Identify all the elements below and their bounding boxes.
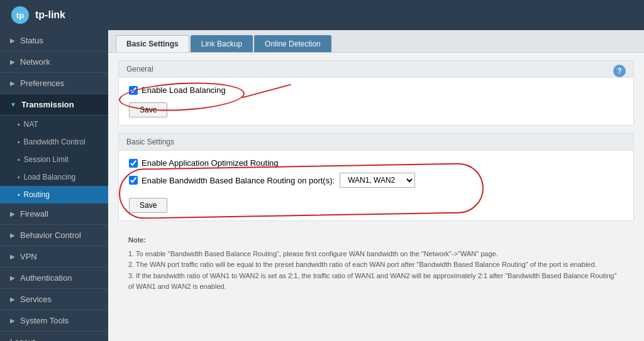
basic-settings-section-header: Basic Settings — [119, 134, 633, 151]
note-line-3: 3. If the bandwidth ratio of WAN1 to WAN… — [128, 271, 624, 293]
tp-link-logo-icon: tp — [10, 5, 30, 25]
notes-section: Note: 1. To enable "Bandwidth Based Bala… — [118, 229, 634, 299]
enable-app-routing-checkbox[interactable] — [129, 159, 138, 168]
note-line-2: 2. The WAN port traffic ratio will be eq… — [128, 259, 624, 271]
enable-load-balancing-label[interactable]: Enable Load Balancing — [129, 85, 226, 95]
bullet-icon: • — [18, 156, 20, 163]
arrow-icon: ▶ — [10, 232, 15, 239]
sidebar-sub-item-bandwidth-control[interactable]: • Bandwidth Control — [0, 133, 108, 151]
enable-bandwidth-routing-text: Enable Bandwidth Based Balance Routing o… — [142, 176, 335, 185]
enable-load-balancing-row: Enable Load Balancing — [129, 85, 623, 95]
tab-label: Basic Settings — [126, 40, 179, 48]
header: tp tp-link — [0, 0, 644, 30]
arrow-icon: ▶ — [10, 80, 15, 87]
sidebar-item-vpn[interactable]: ▶ VPN — [0, 246, 108, 268]
arrow-icon: ▶ — [10, 274, 15, 281]
sidebar-item-label: VPN — [20, 252, 37, 261]
tab-link-backup[interactable]: Link Backup — [191, 35, 253, 52]
logout-button[interactable]: Logout — [0, 332, 108, 341]
help-icon-text: ? — [617, 67, 621, 75]
sidebar-item-authentication[interactable]: ▶ Authentication — [0, 268, 108, 289]
sidebar-item-label: Firewall — [20, 209, 48, 219]
sidebar-sub-label: NAT — [24, 120, 38, 129]
basic-settings-title: Basic Settings — [126, 138, 174, 146]
general-section: General Enable Load Balancing Save ? — [118, 60, 634, 126]
enable-app-routing-label[interactable]: Enable Application Optimized Routing — [129, 158, 279, 168]
sidebar-submenu-transmission: • NAT • Bandwidth Control • Session Limi… — [0, 116, 108, 203]
sidebar-item-system-tools[interactable]: ▶ System Tools — [0, 310, 108, 332]
port-select[interactable]: WAN1, WAN2 WAN1 WAN2 — [340, 173, 415, 188]
bullet-icon: • — [18, 192, 20, 198]
arrow-icon: ▶ — [10, 253, 15, 260]
sidebar-item-transmission[interactable]: ▼ Transmission — [0, 94, 108, 116]
sidebar-item-label: Preferences — [20, 78, 64, 88]
logout-label: Logout — [10, 337, 35, 341]
arrow-icon: ▶ — [10, 58, 15, 65]
sidebar: ▶ Status ▶ Network ▶ Preferences ▼ Trans… — [0, 30, 108, 341]
sidebar-item-label: Status — [20, 36, 43, 45]
content-area: Basic Settings Link Backup Online Detect… — [108, 30, 644, 341]
arrow-icon: ▶ — [10, 37, 15, 44]
logo-text: tp-link — [35, 9, 65, 21]
annotation-circle-basic — [118, 163, 484, 219]
tab-basic-settings[interactable]: Basic Settings — [116, 35, 189, 52]
sidebar-sub-item-nat[interactable]: • NAT — [0, 116, 108, 133]
sidebar-item-label: Services — [20, 295, 52, 304]
basic-settings-save-button[interactable]: Save — [129, 198, 167, 213]
tab-online-detection[interactable]: Online Detection — [254, 35, 331, 52]
enable-load-balancing-text: Enable Load Balancing — [142, 85, 226, 95]
general-section-header: General — [119, 61, 633, 78]
sidebar-sub-label: Load Balancing — [24, 173, 76, 181]
enable-app-routing-text: Enable Application Optimized Routing — [142, 158, 279, 168]
tab-label: Online Detection — [265, 40, 321, 48]
arrow-icon: ▶ — [10, 296, 15, 303]
logo-area: tp tp-link — [10, 5, 65, 25]
sidebar-item-preferences[interactable]: ▶ Preferences — [0, 73, 108, 94]
arrow-down-icon: ▼ — [10, 101, 16, 108]
sidebar-item-status[interactable]: ▶ Status — [0, 30, 108, 51]
bullet-icon: • — [18, 121, 20, 128]
enable-bandwidth-routing-label[interactable]: Enable Bandwidth Based Balance Routing o… — [129, 176, 335, 185]
sidebar-sub-item-routing[interactable]: • Routing — [0, 186, 108, 203]
svg-text:tp: tp — [16, 11, 24, 20]
tabs-bar: Basic Settings Link Backup Online Detect… — [108, 30, 644, 53]
sidebar-item-label: Network — [20, 57, 50, 67]
bullet-icon: • — [18, 174, 20, 181]
bullet-icon: • — [18, 139, 20, 146]
sidebar-sub-item-load-balancing[interactable]: • Load Balancing — [0, 168, 108, 186]
sidebar-sub-item-session-limit[interactable]: • Session Limit — [0, 151, 108, 168]
general-section-body: Enable Load Balancing Save — [119, 78, 633, 125]
sidebar-item-label: Behavior Control — [20, 230, 81, 240]
sidebar-item-firewall[interactable]: ▶ Firewall — [0, 203, 108, 225]
basic-settings-section: Basic Settings Enable Application Optimi… — [118, 133, 634, 221]
sidebar-item-label: Transmission — [21, 100, 74, 109]
enable-load-balancing-checkbox[interactable] — [129, 86, 138, 95]
enable-bandwidth-routing-checkbox[interactable] — [129, 176, 138, 185]
sidebar-sub-label: Routing — [24, 190, 50, 199]
sidebar-sub-label: Bandwidth Control — [24, 138, 86, 146]
general-title: General — [126, 65, 153, 73]
tab-label: Link Backup — [201, 40, 242, 48]
page-content: General Enable Load Balancing Save ? — [108, 53, 644, 306]
sidebar-item-behavior-control[interactable]: ▶ Behavior Control — [0, 225, 108, 246]
arrow-icon: ▶ — [10, 210, 15, 217]
basic-settings-section-body: Enable Application Optimized Routing Ena… — [119, 151, 633, 220]
note-line-1: 1. To enable "Bandwidth Based Balance Ro… — [128, 249, 624, 260]
main-layout: ▶ Status ▶ Network ▶ Preferences ▼ Trans… — [0, 30, 644, 341]
sidebar-item-label: Authentication — [20, 273, 72, 283]
sidebar-sub-label: Session Limit — [24, 155, 69, 164]
arrow-icon: ▶ — [10, 317, 15, 324]
notes-title: Note: — [128, 235, 624, 246]
help-icon[interactable]: ? — [613, 65, 626, 77]
sidebar-item-services[interactable]: ▶ Services — [0, 289, 108, 310]
sidebar-item-label: System Tools — [20, 316, 69, 325]
general-save-button[interactable]: Save — [129, 102, 167, 117]
sidebar-item-network[interactable]: ▶ Network — [0, 51, 108, 73]
enable-bandwidth-routing-row: Enable Bandwidth Based Balance Routing o… — [129, 173, 623, 188]
enable-app-routing-row: Enable Application Optimized Routing — [129, 158, 623, 168]
